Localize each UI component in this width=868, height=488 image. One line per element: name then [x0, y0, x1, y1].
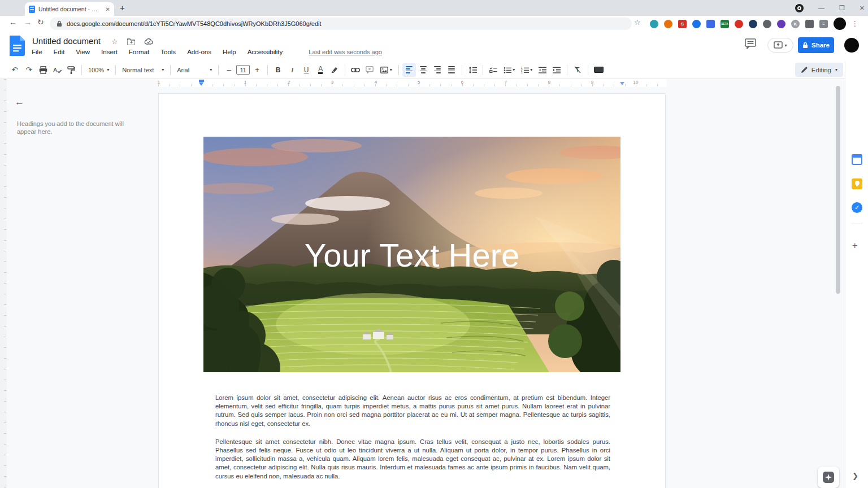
extension-link[interactable]: [763, 20, 771, 28]
present-button[interactable]: ▾: [767, 38, 793, 53]
paint-format-button[interactable]: [64, 63, 78, 77]
docs-header: Untitled document ☆ FileEditViewInsertFo…: [0, 32, 868, 61]
window-close-button[interactable]: ✕: [860, 5, 865, 12]
browser-tab[interactable]: Untitled document - Google Do ✕: [25, 2, 114, 16]
back-button[interactable]: ←: [9, 18, 17, 27]
forward-button[interactable]: →: [24, 18, 32, 27]
extension-blue-square[interactable]: [706, 20, 715, 28]
increase-font-size-button[interactable]: +: [250, 63, 264, 77]
styles-select[interactable]: Normal text▾: [119, 63, 167, 77]
menu-view[interactable]: View: [76, 49, 90, 55]
underline-button[interactable]: U: [300, 63, 313, 77]
font-size-input[interactable]: 11: [236, 65, 250, 75]
justify-button[interactable]: [445, 63, 458, 77]
share-button[interactable]: Share: [798, 37, 834, 53]
numbered-list-button[interactable]: 123▾: [518, 63, 535, 77]
align-center-button[interactable]: [416, 63, 430, 77]
decrease-indent-button[interactable]: [536, 63, 549, 77]
menu-tools[interactable]: Tools: [160, 49, 176, 55]
bookmark-star-icon[interactable]: ☆: [634, 18, 641, 27]
extension-red-shield[interactable]: [735, 20, 743, 28]
reload-button[interactable]: ↻: [37, 18, 44, 27]
document-title[interactable]: Untitled document: [32, 36, 101, 46]
vertical-scrollbar[interactable]: [836, 86, 840, 294]
input-tools-button[interactable]: [592, 63, 605, 77]
bold-button[interactable]: B: [271, 63, 285, 77]
window-restore-button[interactable]: ❒: [839, 5, 845, 12]
extension-navy-circle[interactable]: [749, 20, 757, 28]
insert-image-button[interactable]: ▾: [377, 63, 395, 77]
menu-format[interactable]: Format: [129, 49, 149, 55]
zoom-select[interactable]: 100%▾: [85, 63, 112, 77]
account-avatar[interactable]: [844, 38, 859, 53]
star-document-icon[interactable]: ☆: [111, 37, 118, 46]
body-paragraph[interactable]: Lorem ipsum dolor sit amet, consectetur …: [215, 394, 610, 428]
extension-red-s[interactable]: S: [678, 20, 687, 28]
vertical-ruler[interactable]: [0, 79, 7, 488]
document-body-text[interactable]: Lorem ipsum dolor sit amet, consectetur …: [215, 394, 610, 488]
undo-button[interactable]: ↶: [8, 63, 21, 77]
inserted-image[interactable]: Your Text Here: [203, 137, 620, 372]
highlight-color-button[interactable]: [328, 63, 341, 77]
move-folder-icon[interactable]: [127, 38, 135, 45]
extension-blue-pen[interactable]: [692, 20, 701, 28]
browser-profile-avatar[interactable]: [834, 18, 846, 30]
last-edit-link[interactable]: Last edit was seconds ago: [309, 49, 382, 55]
extensions-puzzle-icon[interactable]: [805, 20, 814, 28]
record-indicator-icon[interactable]: [795, 4, 804, 12]
extension-green-beta[interactable]: BETA: [721, 20, 729, 28]
align-left-button[interactable]: [402, 63, 416, 77]
extension-profile[interactable]: [664, 20, 672, 28]
menu-file[interactable]: File: [32, 49, 42, 55]
extension-gray-k[interactable]: K: [791, 20, 800, 28]
decrease-font-size-button[interactable]: –: [222, 63, 236, 77]
menu-addons[interactable]: Add-ons: [187, 49, 211, 55]
checklist-button[interactable]: [487, 63, 500, 77]
align-right-button[interactable]: [431, 63, 444, 77]
media-list-icon[interactable]: ≡: [819, 20, 828, 28]
spellcheck-button[interactable]: A: [50, 63, 64, 77]
add-comment-button[interactable]: [363, 63, 376, 77]
editing-mode-select[interactable]: Editing ▾: [795, 63, 843, 77]
body-paragraph[interactable]: Pellentesque sit amet consectetur nibh. …: [215, 438, 610, 481]
menu-edit[interactable]: Edit: [54, 49, 65, 55]
text-color-button[interactable]: A: [314, 63, 327, 77]
ruler-number: 10: [633, 80, 639, 85]
url-input[interactable]: docs.google.com/document/d/1cYTi5CrYawMV…: [50, 18, 632, 30]
extension-purple-circle[interactable]: [777, 20, 785, 28]
extension-teal-circle[interactable]: [650, 20, 658, 28]
bulleted-list-button[interactable]: ▾: [501, 63, 518, 77]
calendar-icon[interactable]: [852, 154, 862, 165]
image-overlay-text: Your Text Here: [305, 237, 519, 273]
svg-text:A: A: [53, 67, 58, 73]
window-minimize-button[interactable]: —: [818, 5, 824, 11]
menu-help[interactable]: Help: [223, 49, 236, 55]
ruler-number: 9: [591, 80, 593, 85]
tasks-icon[interactable]: ✓: [852, 202, 862, 213]
increase-indent-button[interactable]: [550, 63, 563, 77]
redo-button[interactable]: ↷: [22, 63, 36, 77]
print-button[interactable]: [36, 63, 50, 77]
google-docs-logo-icon[interactable]: [10, 36, 25, 56]
new-tab-button[interactable]: +: [120, 3, 125, 12]
italic-button[interactable]: I: [285, 63, 299, 77]
menu-insert[interactable]: Insert: [101, 49, 118, 55]
hide-side-panel-button[interactable]: ❯: [852, 472, 858, 480]
font-select[interactable]: Arial▾: [174, 63, 215, 77]
close-outline-button[interactable]: ←: [15, 97, 24, 108]
line-spacing-button[interactable]: [466, 63, 479, 77]
open-comments-icon[interactable]: [745, 38, 756, 49]
get-addons-button[interactable]: +: [852, 241, 857, 251]
keep-icon[interactable]: [852, 178, 862, 189]
tab-close-icon[interactable]: ✕: [106, 6, 110, 12]
browser-menu-icon[interactable]: ⋮: [852, 20, 858, 28]
explore-button[interactable]: [818, 467, 839, 488]
insert-link-button[interactable]: [349, 63, 362, 77]
clear-formatting-button[interactable]: T: [571, 63, 584, 77]
horizontal-ruler[interactable]: 112345678910: [0, 79, 844, 87]
menu-accessibility[interactable]: Accessibility: [248, 49, 283, 55]
cloud-saved-icon[interactable]: [144, 38, 153, 45]
document-page[interactable]: Your Text Here Lorem ipsum dolor sit ame…: [158, 93, 666, 488]
left-indent-marker[interactable]: [199, 80, 204, 86]
right-indent-marker[interactable]: [620, 82, 624, 85]
